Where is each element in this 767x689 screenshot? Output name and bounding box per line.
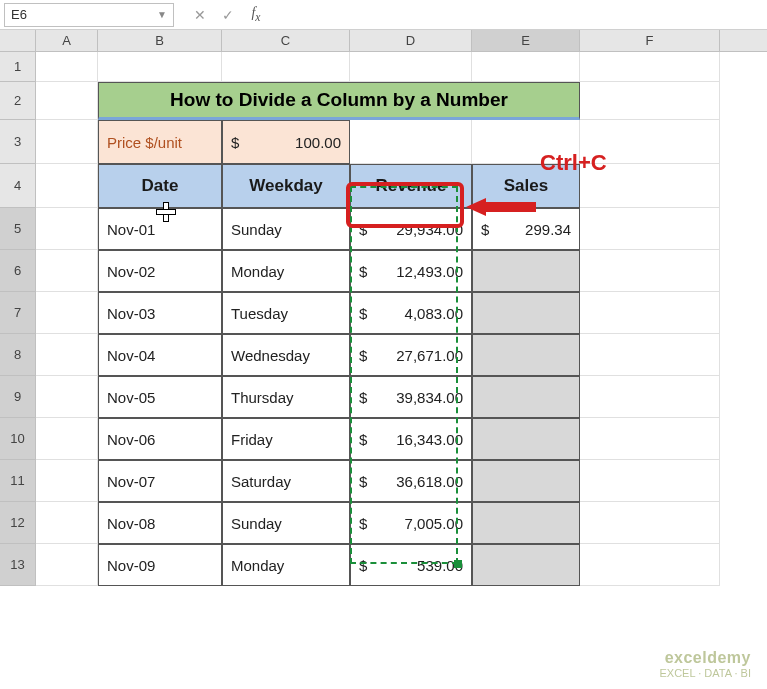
cell-A5[interactable] xyxy=(36,208,98,250)
cell-sales[interactable] xyxy=(472,460,580,502)
cell-A8[interactable] xyxy=(36,334,98,376)
col-header-A[interactable]: A xyxy=(36,30,98,51)
cell-F12[interactable] xyxy=(580,502,720,544)
cell-A11[interactable] xyxy=(36,460,98,502)
cell-A10[interactable] xyxy=(36,418,98,460)
cell-weekday[interactable]: Sunday xyxy=(222,502,350,544)
cell-weekday[interactable]: Friday xyxy=(222,418,350,460)
row-header-13[interactable]: 13 xyxy=(0,544,36,586)
cell-revenue[interactable]: $12,493.00 xyxy=(350,250,472,292)
fx-icon[interactable]: fx xyxy=(244,3,268,27)
cell-F9[interactable] xyxy=(580,376,720,418)
title-cell[interactable]: How to Divide a Column by a Number xyxy=(98,82,580,120)
rows: 1 2 How to Divide a Column by a Number 3… xyxy=(0,52,767,586)
cell-weekday[interactable]: Wednesday xyxy=(222,334,350,376)
cell-date[interactable]: Nov-04 xyxy=(98,334,222,376)
cell-B1[interactable] xyxy=(98,52,222,82)
cell-F8[interactable] xyxy=(580,334,720,376)
cell-A6[interactable] xyxy=(36,250,98,292)
cell-sales[interactable] xyxy=(472,418,580,460)
row-header-12[interactable]: 12 xyxy=(0,502,36,544)
spreadsheet-grid[interactable]: A B C D E F 1 2 How to Divide a Column b… xyxy=(0,30,767,586)
row-header-3[interactable]: 3 xyxy=(0,120,36,164)
cell-weekday[interactable]: Thursday xyxy=(222,376,350,418)
row-header-4[interactable]: 4 xyxy=(0,164,36,208)
cell-revenue[interactable]: $4,083.00 xyxy=(350,292,472,334)
cell-sales[interactable]: $299.34 xyxy=(472,208,580,250)
header-weekday[interactable]: Weekday xyxy=(222,164,350,208)
cell-date[interactable]: Nov-05 xyxy=(98,376,222,418)
cell-sales[interactable] xyxy=(472,544,580,586)
cancel-formula-button[interactable]: ✕ xyxy=(188,3,212,27)
cell-D3[interactable] xyxy=(350,120,472,164)
cell-date[interactable]: Nov-02 xyxy=(98,250,222,292)
cell-weekday[interactable]: Monday xyxy=(222,250,350,292)
col-header-E[interactable]: E xyxy=(472,30,580,51)
cell-F11[interactable] xyxy=(580,460,720,502)
cell-revenue[interactable]: $16,343.00 xyxy=(350,418,472,460)
row-header-7[interactable]: 7 xyxy=(0,292,36,334)
cell-A9[interactable] xyxy=(36,376,98,418)
cell-sales[interactable] xyxy=(472,502,580,544)
cell-weekday[interactable]: Saturday xyxy=(222,460,350,502)
price-value-cell[interactable]: $ 100.00 xyxy=(222,120,350,164)
cell-revenue[interactable]: $39,834.00 xyxy=(350,376,472,418)
cell-sales[interactable] xyxy=(472,334,580,376)
cell-date[interactable]: Nov-09 xyxy=(98,544,222,586)
row-header-11[interactable]: 11 xyxy=(0,460,36,502)
cell-F5[interactable] xyxy=(580,208,720,250)
cell-D1[interactable] xyxy=(350,52,472,82)
cell-A3[interactable] xyxy=(36,120,98,164)
col-header-C[interactable]: C xyxy=(222,30,350,51)
header-revenue[interactable]: Revenue xyxy=(350,164,472,208)
header-date[interactable]: Date xyxy=(98,164,222,208)
row-header-5[interactable]: 5 xyxy=(0,208,36,250)
cell-sales[interactable] xyxy=(472,376,580,418)
col-header-D[interactable]: D xyxy=(350,30,472,51)
cell-sales[interactable] xyxy=(472,292,580,334)
row-header-9[interactable]: 9 xyxy=(0,376,36,418)
cell-A4[interactable] xyxy=(36,164,98,208)
cell-date[interactable]: Nov-07 xyxy=(98,460,222,502)
col-header-F[interactable]: F xyxy=(580,30,720,51)
cell-weekday[interactable]: Sunday xyxy=(222,208,350,250)
row-header-10[interactable]: 10 xyxy=(0,418,36,460)
fill-handle[interactable] xyxy=(454,560,462,568)
cell-F6[interactable] xyxy=(580,250,720,292)
cell-revenue[interactable]: $36,618.00 xyxy=(350,460,472,502)
cell-weekday[interactable]: Monday xyxy=(222,544,350,586)
col-header-B[interactable]: B xyxy=(98,30,222,51)
cell-revenue[interactable]: $7,005.00 xyxy=(350,502,472,544)
cell-date[interactable]: Nov-01 xyxy=(98,208,222,250)
cell-E1[interactable] xyxy=(472,52,580,82)
chevron-down-icon[interactable]: ▼ xyxy=(157,9,167,20)
currency-symbol: $ xyxy=(359,473,367,490)
cell-A1[interactable] xyxy=(36,52,98,82)
cell-C1[interactable] xyxy=(222,52,350,82)
cell-F1[interactable] xyxy=(580,52,720,82)
cell-F10[interactable] xyxy=(580,418,720,460)
row-header-6[interactable]: 6 xyxy=(0,250,36,292)
row-header-8[interactable]: 8 xyxy=(0,334,36,376)
cell-date[interactable]: Nov-08 xyxy=(98,502,222,544)
cell-A2[interactable] xyxy=(36,82,98,120)
cell-A13[interactable] xyxy=(36,544,98,586)
row-header-1[interactable]: 1 xyxy=(0,52,36,82)
cell-A12[interactable] xyxy=(36,502,98,544)
cell-F2[interactable] xyxy=(580,82,720,120)
select-all-corner[interactable] xyxy=(0,30,36,51)
cell-sales[interactable] xyxy=(472,250,580,292)
accept-formula-button[interactable]: ✓ xyxy=(216,3,240,27)
cell-F7[interactable] xyxy=(580,292,720,334)
name-box[interactable]: E6 ▼ xyxy=(4,3,174,27)
cell-date[interactable]: Nov-06 xyxy=(98,418,222,460)
cell-revenue[interactable]: $27,671.00 xyxy=(350,334,472,376)
cell-F13[interactable] xyxy=(580,544,720,586)
cell-weekday[interactable]: Tuesday xyxy=(222,292,350,334)
cell-date[interactable]: Nov-03 xyxy=(98,292,222,334)
row-header-2[interactable]: 2 xyxy=(0,82,36,120)
cell-revenue[interactable]: $29,934.00 xyxy=(350,208,472,250)
cell-A7[interactable] xyxy=(36,292,98,334)
price-label-cell[interactable]: Price $/unit xyxy=(98,120,222,164)
formula-input[interactable] xyxy=(272,3,763,27)
